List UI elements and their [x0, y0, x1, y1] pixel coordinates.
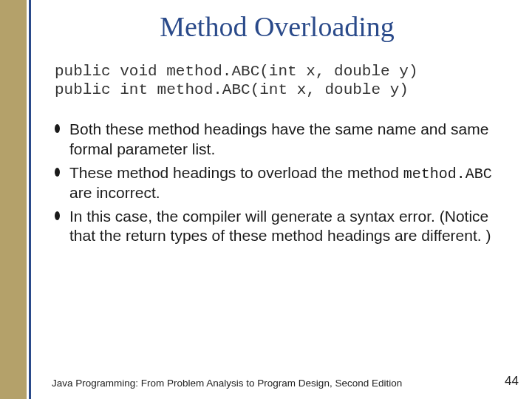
bullet-2-code: method.ABC: [403, 166, 492, 183]
slide-title: Method Overloading: [52, 10, 502, 43]
bullet-2-text-c: are incorrect.: [69, 184, 160, 201]
bullet-item-3: In this case, the compiler will generate…: [52, 207, 502, 246]
code-line-1: public void method.ABC(int x, double y): [55, 63, 417, 80]
side-accent-bar: [0, 0, 27, 399]
bullet-list: Both these method headings have the same…: [52, 120, 502, 245]
code-block: public void method.ABC(int x, double y) …: [55, 62, 502, 99]
bullet-item-1: Both these method headings have the same…: [52, 120, 502, 159]
bullet-item-2: These method headings to overload the me…: [52, 163, 502, 202]
bullet-2-text-a: These method headings to overload the me…: [69, 164, 403, 181]
slide-content: Method Overloading public void method.AB…: [35, 0, 523, 399]
code-line-2: public int method.ABC(int x, double y): [55, 81, 409, 98]
page-number: 44: [505, 374, 519, 389]
side-accent-line: [29, 0, 31, 399]
footer-text: Java Programming: From Problem Analysis …: [52, 378, 402, 389]
